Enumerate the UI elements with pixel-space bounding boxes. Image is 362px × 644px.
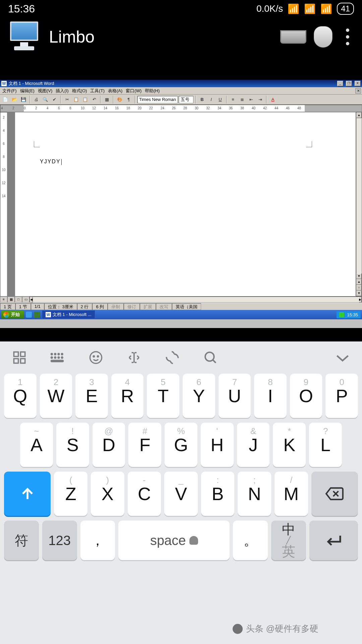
underline-button[interactable]: U xyxy=(216,96,224,104)
quicklaunch-desktop-icon[interactable] xyxy=(34,312,40,318)
period-key[interactable]: 。 xyxy=(233,521,268,560)
status-ext[interactable]: 扩展 xyxy=(140,303,156,310)
undo-button[interactable]: ↶ xyxy=(90,96,98,104)
menu-table[interactable]: 表格(A) xyxy=(107,87,124,95)
emoji-icon[interactable] xyxy=(88,350,103,365)
key-f[interactable]: #F xyxy=(128,423,161,467)
key-t[interactable]: 5T xyxy=(147,374,179,418)
space-key[interactable]: space xyxy=(118,521,230,560)
menu-file[interactable]: 文件(F) xyxy=(1,87,18,95)
key-g[interactable]: %G xyxy=(165,423,197,467)
enter-key[interactable] xyxy=(309,521,358,560)
cut-button[interactable]: ✂ xyxy=(63,96,71,104)
new-button[interactable]: 📄 xyxy=(1,96,9,104)
copy-button[interactable]: 📋 xyxy=(72,96,80,104)
view-buttons[interactable]: ≡▦□▭ xyxy=(0,297,29,303)
key-r[interactable]: 4R xyxy=(111,374,144,418)
menu-view[interactable]: 视图(V) xyxy=(37,87,54,95)
status-rec[interactable]: 录制 xyxy=(108,303,124,310)
paint-button[interactable]: 🎨 xyxy=(116,96,124,104)
bullist-button[interactable]: ≣ xyxy=(238,96,246,104)
vertical-scrollbar[interactable]: ▲ ▼ ▲ ○ ▼ xyxy=(356,112,362,297)
overflow-menu-icon[interactable] xyxy=(340,29,355,45)
numlist-button[interactable]: ≡ xyxy=(229,96,237,104)
language-key[interactable]: 中╱英 xyxy=(271,521,306,560)
keyboard-layout-icon[interactable] xyxy=(50,350,65,365)
key-v[interactable]: _V xyxy=(164,472,198,516)
minimize-button[interactable]: _ xyxy=(337,81,343,86)
horizontal-ruler[interactable]: 4202468101214161820222426283032343638404… xyxy=(0,105,362,112)
key-s[interactable]: !S xyxy=(56,423,89,467)
cursor-tool-icon[interactable] xyxy=(127,350,141,365)
browse-object-icon[interactable]: ○ xyxy=(356,285,362,290)
size-combo[interactable]: 五号 xyxy=(179,96,193,103)
key-n[interactable]: ;N xyxy=(238,472,271,516)
menu-insert[interactable]: 插入(I) xyxy=(54,87,70,95)
key-j[interactable]: &J xyxy=(237,423,270,467)
tables-button[interactable]: ▦ xyxy=(103,96,111,104)
save-button[interactable]: 💾 xyxy=(19,96,27,104)
system-tray[interactable]: 15:35 xyxy=(337,311,361,318)
app-grid-icon[interactable] xyxy=(12,350,27,365)
status-lang[interactable]: 英语（美国 xyxy=(172,303,201,310)
outdent-button[interactable]: ⇤ xyxy=(247,96,255,104)
document-page[interactable]: YJYDY xyxy=(15,112,356,297)
key-m[interactable]: /M xyxy=(275,472,308,516)
status-ovw[interactable]: 改写 xyxy=(156,303,172,310)
security-shield-icon[interactable] xyxy=(339,312,344,317)
close-button[interactable]: ✕ xyxy=(355,81,361,86)
print-button[interactable]: 🖨 xyxy=(32,96,40,104)
key-z[interactable]: (Z xyxy=(54,472,87,516)
key-b[interactable]: :B xyxy=(201,472,235,516)
key-d[interactable]: @D xyxy=(93,423,125,467)
keyboard-toggle-icon[interactable] xyxy=(280,30,306,44)
taskbar-word-button[interactable]: W 文档 1 - Microsoft ... xyxy=(42,310,95,319)
key-k[interactable]: *K xyxy=(273,423,306,467)
key-c[interactable]: -C xyxy=(128,472,161,516)
menu-help[interactable]: 帮助(H) xyxy=(143,87,161,95)
key-i[interactable]: 8I xyxy=(254,374,287,418)
key-u[interactable]: 7U xyxy=(219,374,251,418)
key-l[interactable]: ?L xyxy=(309,423,342,467)
font-combo[interactable]: Times New Roman xyxy=(137,96,178,103)
doc-close-button[interactable]: ✕ xyxy=(355,88,361,94)
voice-icon[interactable] xyxy=(165,350,180,365)
collapse-keyboard-icon[interactable] xyxy=(335,350,350,365)
key-h[interactable]: 'H xyxy=(201,423,234,467)
quicklaunch-ie-icon[interactable] xyxy=(26,312,32,318)
horizontal-scrollbar[interactable]: ◀▶ xyxy=(29,297,362,303)
para-button[interactable]: ¶ xyxy=(125,96,133,104)
key-w[interactable]: 2W xyxy=(40,374,72,418)
start-button[interactable]: 开始 xyxy=(1,311,24,319)
key-o[interactable]: 9O xyxy=(290,374,322,418)
open-button[interactable]: 📂 xyxy=(10,96,18,104)
next-page-icon[interactable]: ▼ xyxy=(356,290,362,296)
menu-format[interactable]: 格式(O) xyxy=(71,87,88,95)
search-icon[interactable] xyxy=(203,350,218,365)
status-rev[interactable]: 修订 xyxy=(124,303,140,310)
preview-button[interactable]: 🔍 xyxy=(41,96,49,104)
menu-window[interactable]: 窗口(W) xyxy=(124,87,143,95)
italic-button[interactable]: I xyxy=(207,96,215,104)
mouse-toggle-icon[interactable] xyxy=(314,26,333,48)
scroll-down-icon[interactable]: ▼ xyxy=(356,273,362,279)
menu-tools[interactable]: 工具(T) xyxy=(89,87,106,95)
key-x[interactable]: )X xyxy=(91,472,124,516)
menu-edit[interactable]: 编辑(E) xyxy=(19,87,36,95)
prev-page-icon[interactable]: ▲ xyxy=(356,279,362,285)
spell-button[interactable]: ✔ xyxy=(50,96,58,104)
key-p[interactable]: 0P xyxy=(325,374,358,418)
symbols-key[interactable]: 符 xyxy=(4,521,39,560)
vertical-ruler[interactable]: 2468101214 xyxy=(0,112,7,297)
scroll-up-icon[interactable]: ▲ xyxy=(356,112,362,118)
key-e[interactable]: 3E xyxy=(75,374,108,418)
numbers-key[interactable]: 123 xyxy=(42,521,77,560)
key-y[interactable]: 6Y xyxy=(183,374,215,418)
bold-button[interactable]: B xyxy=(198,96,206,104)
shift-key[interactable] xyxy=(4,472,51,516)
fontcolor-button[interactable]: A xyxy=(269,96,277,104)
backspace-key[interactable] xyxy=(311,472,358,516)
key-q[interactable]: 1Q xyxy=(4,374,37,418)
maximize-button[interactable]: ❐ xyxy=(346,81,352,86)
comma-key[interactable]: ， xyxy=(80,521,115,560)
